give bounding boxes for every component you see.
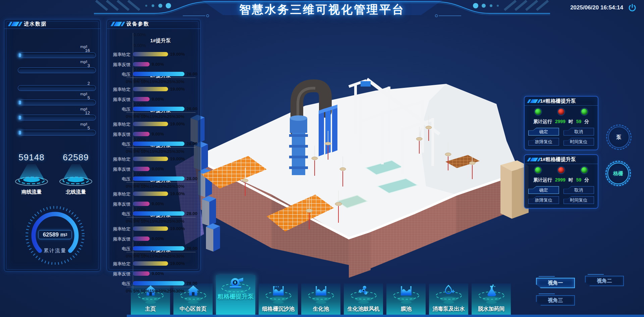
nav-tile-coarse-screen-pump[interactable]: 粗格栅提升泵	[216, 275, 255, 315]
flask-icon	[487, 284, 496, 296]
3d-scene[interactable]	[161, 34, 530, 288]
status-light-fault	[558, 108, 565, 115]
nav-tile-label: 生化池鼓风机	[344, 306, 383, 313]
slider-track[interactable]	[18, 52, 96, 58]
slider-track[interactable]	[18, 115, 96, 120]
inflow-slider-row: mg/l 12	[18, 106, 96, 120]
page-title: 智慧水务三维可视化管理平台	[0, 2, 644, 17]
freq-fb-bar	[133, 167, 150, 171]
status-light-fault	[558, 167, 565, 173]
status-light-remote	[581, 167, 588, 173]
nav-tile-blower[interactable]: 生化池鼓风机	[344, 283, 383, 315]
chart-axis: 0% 5% 10%15%20%25%30%	[126, 288, 198, 294]
status-light-run	[535, 167, 541, 173]
freq-fb-bar	[133, 97, 150, 101]
time-reset-button[interactable]: 时间复位	[564, 138, 594, 146]
freq-set-bar	[133, 226, 168, 231]
view-button-accent	[588, 274, 604, 275]
nav-tile-bio-tank[interactable]: 生化池	[301, 283, 340, 315]
nav-tile-label: 主页	[131, 306, 170, 313]
header-bar: 智慧水务三维可视化管理平台 2025/06/20 16:54:14	[0, 0, 644, 17]
total-flow-label: 累计流量	[35, 248, 75, 254]
pump-charts: 0.00% 1#提升泵 0.00% 频率给定19.00% 频率反馈9.00% 电…	[107, 28, 201, 297]
nav-tile-label: 细格栅沉沙池	[259, 306, 298, 313]
nav-strip	[127, 315, 644, 317]
runtime-row: 累计运行 2999 时 59 分	[525, 119, 598, 125]
view-1-button[interactable]: 视角一	[536, 278, 575, 288]
runtime-label: 累计运行	[533, 177, 552, 183]
pump-card-header: 1#粗格栅提升泵	[525, 155, 598, 164]
slider-unit: mg/l	[80, 122, 87, 126]
pump-circle-button[interactable]: 泵	[609, 127, 629, 147]
pump-card-title: 1#粗格栅提升泵	[540, 98, 576, 104]
device-panel-title: 设备参数	[126, 21, 149, 27]
nav-tile-membrane-tank[interactable]: 膜池	[386, 283, 426, 315]
slider-thumb[interactable]	[19, 101, 21, 104]
slider-track[interactable]	[18, 130, 96, 136]
nav-tile-dewatering[interactable]: 脱水加药间	[472, 283, 511, 315]
grate-circle-button[interactable]: 格栅	[608, 164, 628, 183]
inflow-data-panel: 进水数据 mg/l 16 mg/l 3 2 mg/l 5 mg/l 12 mg/…	[4, 19, 101, 272]
volt-bar	[133, 281, 184, 285]
volt-bar	[133, 176, 184, 181]
runtime-minutes: 59	[576, 177, 582, 183]
north-flow-value: 62589	[54, 152, 98, 163]
confirm-button[interactable]: 确定	[528, 186, 559, 194]
fault-reset-button[interactable]: 故障复位	[528, 138, 559, 146]
runtime-row: 累计运行 2999 时 59 分	[525, 177, 598, 183]
volt-bar	[133, 72, 184, 76]
freq-set-bar	[133, 87, 168, 91]
freq-set-bar	[133, 157, 168, 161]
runtime-hours: 2999	[555, 119, 566, 125]
freq-set-bar	[133, 52, 168, 56]
cancel-button[interactable]: 取消	[564, 128, 594, 136]
nav-tile-fine-screen[interactable]: 细格栅沉沙池	[259, 283, 298, 315]
panel-slash-icon	[112, 22, 123, 26]
freq-set-bar	[133, 122, 168, 126]
slider-track[interactable]	[18, 67, 96, 73]
runtime-label: 累计运行	[533, 119, 552, 125]
fault-reset-button[interactable]: 故障复位	[528, 196, 559, 204]
tank-icon	[274, 286, 283, 295]
runtime-minutes: 59	[576, 119, 582, 125]
freq-fb-bar	[133, 132, 150, 136]
panel-slash-icon	[9, 22, 20, 26]
south-flow-label: 南线流量	[10, 189, 53, 195]
slider-thumb[interactable]	[19, 131, 21, 135]
freq-fb-bar	[133, 271, 150, 276]
confirm-button[interactable]: 确定	[528, 128, 559, 136]
runtime-hours: 2999	[555, 177, 566, 183]
view-2-button[interactable]: 视角二	[585, 276, 624, 286]
grate-circle-label: 格栅	[613, 170, 623, 177]
slider-thumb[interactable]	[19, 116, 21, 119]
view-3-button[interactable]: 视角三	[536, 295, 575, 306]
south-flow-beacon: 59148 南线流量	[10, 152, 53, 195]
slider-thumb[interactable]	[19, 53, 21, 57]
total-flow-value: 62589 m3	[38, 230, 72, 239]
pump-card-1: 1#粗格栅提升泵 累计运行 2999 时 59 分 确定 取消 故障复位 时间复…	[524, 96, 598, 150]
beacon-dish	[10, 163, 53, 187]
pump-card-title: 1#粗格栅提升泵	[540, 156, 576, 163]
tank-icon	[316, 286, 326, 295]
inflow-panel-header: 进水数据	[4, 19, 100, 29]
view-1-label: 视角一	[548, 280, 563, 286]
nav-tile-label: 膜池	[386, 306, 426, 313]
slider-track[interactable]	[18, 100, 96, 105]
status-lights	[525, 106, 598, 115]
inflow-slider-row: mg/l 5	[18, 121, 96, 136]
nav-tile-label: 粗格栅提升泵	[216, 293, 255, 301]
panel-slash-icon	[528, 99, 537, 103]
fan-icon	[358, 286, 368, 295]
freq-set-bar	[133, 261, 168, 266]
slider-unit: mg/l	[80, 60, 87, 64]
slider-track[interactable]	[18, 85, 96, 91]
cancel-button[interactable]: 取消	[564, 186, 594, 194]
status-lights	[525, 164, 598, 173]
nav-tile-disinfection[interactable]: 消毒泵及出水	[429, 283, 468, 315]
north-flow-beacon: 62589 北线流量	[54, 152, 98, 195]
south-flow-value: 59148	[10, 152, 53, 163]
power-icon[interactable]	[628, 3, 637, 12]
time-reset-button[interactable]: 时间复位	[564, 196, 594, 204]
volt-bar	[133, 107, 184, 111]
volt-bar	[133, 142, 184, 146]
